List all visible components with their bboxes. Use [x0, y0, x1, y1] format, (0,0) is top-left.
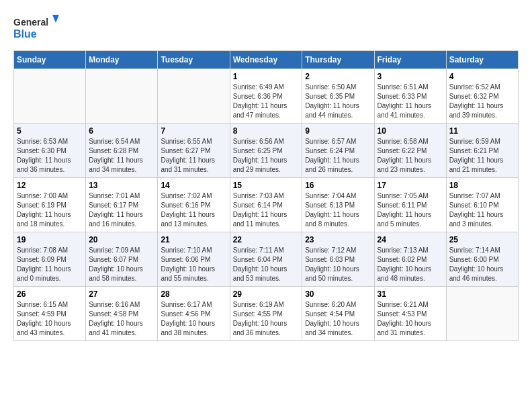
page-header: General Blue: [13, 13, 519, 44]
calendar-week-row: 5Sunrise: 6:53 AM Sunset: 6:30 PM Daylig…: [14, 124, 519, 178]
calendar-cell: 4Sunrise: 6:52 AM Sunset: 6:32 PM Daylig…: [446, 69, 518, 124]
header-day: Sunday: [14, 51, 86, 69]
calendar-cell: 3Sunrise: 6:51 AM Sunset: 6:33 PM Daylig…: [374, 69, 446, 124]
header-day: Saturday: [446, 51, 518, 69]
header-day: Wednesday: [230, 51, 302, 69]
day-info: Sunrise: 6:57 AM Sunset: 6:24 PM Dayligh…: [305, 137, 371, 175]
day-info: Sunrise: 6:56 AM Sunset: 6:25 PM Dayligh…: [233, 137, 300, 175]
day-info: Sunrise: 6:17 AM Sunset: 4:56 PM Dayligh…: [161, 300, 226, 338]
day-info: Sunrise: 7:08 AM Sunset: 6:09 PM Dayligh…: [17, 246, 83, 283]
day-number: 8: [233, 126, 300, 136]
day-number: 26: [17, 289, 83, 299]
day-info: Sunrise: 6:49 AM Sunset: 6:36 PM Dayligh…: [233, 83, 300, 120]
day-number: 17: [378, 181, 443, 190]
calendar-cell: 29Sunrise: 6:19 AM Sunset: 4:55 PM Dayli…: [230, 287, 302, 341]
day-info: Sunrise: 6:15 AM Sunset: 4:59 PM Dayligh…: [17, 300, 83, 338]
day-number: 9: [305, 126, 371, 136]
day-number: 6: [89, 126, 154, 136]
calendar-cell: 18Sunrise: 7:07 AM Sunset: 6:10 PM Dayli…: [446, 178, 518, 232]
day-number: 27: [89, 289, 154, 299]
calendar-cell: 25Sunrise: 7:14 AM Sunset: 6:00 PM Dayli…: [446, 232, 518, 287]
calendar-header: SundayMondayTuesdayWednesdayThursdayFrid…: [14, 51, 519, 69]
calendar-cell: 22Sunrise: 7:11 AM Sunset: 6:04 PM Dayli…: [230, 232, 302, 287]
calendar-cell: 16Sunrise: 7:04 AM Sunset: 6:13 PM Dayli…: [302, 178, 374, 232]
logo-svg: General Blue: [13, 13, 60, 44]
calendar-cell: 8Sunrise: 6:56 AM Sunset: 6:25 PM Daylig…: [230, 124, 302, 178]
day-info: Sunrise: 7:05 AM Sunset: 6:11 PM Dayligh…: [378, 191, 443, 229]
day-number: 14: [161, 181, 226, 190]
calendar-cell: 14Sunrise: 7:02 AM Sunset: 6:16 PM Dayli…: [158, 178, 230, 232]
day-number: 23: [305, 235, 371, 244]
day-info: Sunrise: 7:00 AM Sunset: 6:19 PM Dayligh…: [17, 191, 83, 229]
calendar-week-row: 19Sunrise: 7:08 AM Sunset: 6:09 PM Dayli…: [14, 232, 519, 287]
day-number: 3: [378, 72, 443, 81]
day-info: Sunrise: 6:19 AM Sunset: 4:55 PM Dayligh…: [233, 300, 300, 338]
calendar-cell: 27Sunrise: 6:16 AM Sunset: 4:58 PM Dayli…: [86, 287, 158, 341]
header-day: Monday: [86, 51, 158, 69]
day-number: 29: [233, 289, 300, 299]
calendar-cell: 30Sunrise: 6:20 AM Sunset: 4:54 PM Dayli…: [302, 287, 374, 341]
calendar-week-row: 12Sunrise: 7:00 AM Sunset: 6:19 PM Dayli…: [14, 178, 519, 232]
day-info: Sunrise: 7:13 AM Sunset: 6:02 PM Dayligh…: [378, 246, 443, 283]
svg-text:General: General: [13, 17, 48, 28]
calendar-table: SundayMondayTuesdayWednesdayThursdayFrid…: [13, 50, 519, 341]
calendar-cell: 12Sunrise: 7:00 AM Sunset: 6:19 PM Dayli…: [14, 178, 86, 232]
calendar-cell: 15Sunrise: 7:03 AM Sunset: 6:14 PM Dayli…: [230, 178, 302, 232]
day-number: 30: [305, 289, 371, 299]
day-info: Sunrise: 7:09 AM Sunset: 6:07 PM Dayligh…: [89, 246, 154, 283]
calendar-cell: [86, 69, 158, 124]
day-number: 2: [305, 72, 371, 81]
calendar-cell: 10Sunrise: 6:58 AM Sunset: 6:22 PM Dayli…: [374, 124, 446, 178]
calendar-cell: [158, 69, 230, 124]
calendar-cell: 19Sunrise: 7:08 AM Sunset: 6:09 PM Dayli…: [14, 232, 86, 287]
day-number: 13: [89, 181, 154, 190]
calendar-cell: 28Sunrise: 6:17 AM Sunset: 4:56 PM Dayli…: [158, 287, 230, 341]
day-number: 31: [378, 289, 443, 299]
day-info: Sunrise: 7:12 AM Sunset: 6:03 PM Dayligh…: [305, 246, 371, 283]
day-number: 20: [89, 235, 154, 244]
day-info: Sunrise: 7:02 AM Sunset: 6:16 PM Dayligh…: [161, 191, 226, 229]
day-number: 10: [378, 126, 443, 136]
calendar-cell: 6Sunrise: 6:54 AM Sunset: 6:28 PM Daylig…: [86, 124, 158, 178]
day-number: 28: [161, 289, 226, 299]
day-info: Sunrise: 7:11 AM Sunset: 6:04 PM Dayligh…: [233, 246, 300, 283]
day-number: 11: [449, 126, 515, 136]
calendar-cell: 31Sunrise: 6:21 AM Sunset: 4:53 PM Dayli…: [374, 287, 446, 341]
day-info: Sunrise: 6:20 AM Sunset: 4:54 PM Dayligh…: [305, 300, 371, 338]
day-info: Sunrise: 6:54 AM Sunset: 6:28 PM Dayligh…: [89, 137, 154, 175]
header-day: Thursday: [302, 51, 374, 69]
day-info: Sunrise: 7:03 AM Sunset: 6:14 PM Dayligh…: [233, 191, 300, 229]
header-day: Friday: [374, 51, 446, 69]
calendar-week-row: 1Sunrise: 6:49 AM Sunset: 6:36 PM Daylig…: [14, 69, 519, 124]
calendar-cell: 1Sunrise: 6:49 AM Sunset: 6:36 PM Daylig…: [230, 69, 302, 124]
day-number: 4: [449, 72, 515, 81]
calendar-cell: 20Sunrise: 7:09 AM Sunset: 6:07 PM Dayli…: [86, 232, 158, 287]
calendar-body: 1Sunrise: 6:49 AM Sunset: 6:36 PM Daylig…: [14, 69, 519, 341]
svg-text:Blue: Blue: [13, 28, 37, 40]
calendar-week-row: 26Sunrise: 6:15 AM Sunset: 4:59 PM Dayli…: [14, 287, 519, 341]
day-info: Sunrise: 7:07 AM Sunset: 6:10 PM Dayligh…: [449, 191, 515, 229]
svg-marker-2: [52, 15, 59, 23]
calendar-cell: 13Sunrise: 7:01 AM Sunset: 6:17 PM Dayli…: [86, 178, 158, 232]
day-info: Sunrise: 6:50 AM Sunset: 6:35 PM Dayligh…: [305, 83, 371, 120]
day-info: Sunrise: 6:51 AM Sunset: 6:33 PM Dayligh…: [378, 83, 443, 120]
day-info: Sunrise: 7:14 AM Sunset: 6:00 PM Dayligh…: [449, 246, 515, 283]
day-info: Sunrise: 7:01 AM Sunset: 6:17 PM Dayligh…: [89, 191, 154, 229]
day-number: 19: [17, 235, 83, 244]
header-day: Tuesday: [158, 51, 230, 69]
day-info: Sunrise: 6:21 AM Sunset: 4:53 PM Dayligh…: [378, 300, 443, 338]
calendar-cell: 2Sunrise: 6:50 AM Sunset: 6:35 PM Daylig…: [302, 69, 374, 124]
day-number: 15: [233, 181, 300, 190]
calendar-cell: 17Sunrise: 7:05 AM Sunset: 6:11 PM Dayli…: [374, 178, 446, 232]
day-info: Sunrise: 6:58 AM Sunset: 6:22 PM Dayligh…: [378, 137, 443, 175]
day-number: 1: [233, 72, 300, 81]
calendar-cell: 5Sunrise: 6:53 AM Sunset: 6:30 PM Daylig…: [14, 124, 86, 178]
logo: General Blue: [13, 13, 60, 44]
day-info: Sunrise: 7:04 AM Sunset: 6:13 PM Dayligh…: [305, 191, 371, 229]
day-number: 5: [17, 126, 83, 136]
day-number: 22: [233, 235, 300, 244]
day-number: 21: [161, 235, 226, 244]
day-number: 25: [449, 235, 515, 244]
day-info: Sunrise: 7:10 AM Sunset: 6:06 PM Dayligh…: [161, 246, 226, 283]
day-number: 24: [378, 235, 443, 244]
